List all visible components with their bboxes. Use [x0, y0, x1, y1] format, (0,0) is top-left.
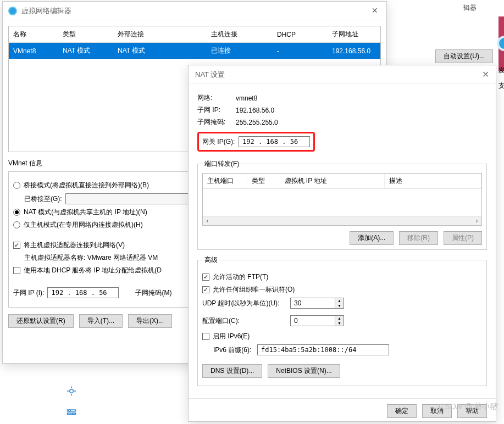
- bridged-to-label: 已桥接至(G):: [24, 194, 62, 204]
- ok-button[interactable]: 确定: [387, 404, 417, 418]
- check-dhcp[interactable]: [13, 267, 20, 274]
- radio-hostonly[interactable]: [13, 221, 20, 228]
- radio-bridge[interactable]: [13, 182, 20, 189]
- netbios-settings-button[interactable]: NetBIOS 设置(N)...: [268, 364, 340, 378]
- col-type[interactable]: 类型: [247, 174, 280, 189]
- col-name[interactable]: 名称: [9, 26, 58, 43]
- vnet-title: 虚拟网络编辑器: [21, 6, 368, 16]
- ipv6-prefix-input[interactable]: [257, 344, 389, 355]
- config-port-input[interactable]: [291, 316, 335, 326]
- hscrollbar[interactable]: ‹ ›: [203, 216, 481, 225]
- gateway-label: 网关 IP(G):: [202, 137, 239, 147]
- advanced-group: 高级 允许活动的 FTP(T) 允许任何组织唯一标识符(O) UDP 超时(以秒…: [197, 255, 487, 386]
- nat-title: NAT 设置: [195, 70, 482, 80]
- udp-timeout-label: UDP 超时(以秒为单位)(U):: [202, 299, 290, 308]
- ipv6-check-row[interactable]: 启用 IPv6(E): [202, 332, 482, 341]
- svg-point-3: [69, 410, 70, 411]
- spin-down-icon[interactable]: ▼: [335, 303, 344, 308]
- fwd-props-button[interactable]: 属性(P): [444, 231, 482, 245]
- subnet-ip-input[interactable]: [47, 287, 119, 298]
- spin-up-icon[interactable]: ▲: [335, 316, 344, 321]
- forward-table-wrap: 主机端口 类型 虚拟机 IP 地址 描述 ‹ ›: [202, 173, 482, 226]
- target-icon: [66, 386, 77, 397]
- cancel-button[interactable]: 取消: [422, 404, 452, 418]
- col-vmip[interactable]: 虚拟机 IP 地址: [280, 174, 384, 189]
- config-port-label: 配置端口(C):: [202, 316, 290, 326]
- radio-nat[interactable]: [13, 209, 20, 216]
- vnet-titlebar: 虚拟网络编辑器 ×: [3, 2, 386, 20]
- nat-settings-window: NAT 设置 ✕ 网络:vmnet8 子网 IP:192.168.56.0 子网…: [188, 65, 496, 422]
- gateway-highlight: 网关 IP(G):: [197, 132, 315, 152]
- ftp-check-row[interactable]: 允许活动的 FTP(T): [202, 272, 482, 282]
- fwd-add-button[interactable]: 添加(A)...: [350, 231, 394, 245]
- col-host[interactable]: 主机连接: [207, 26, 273, 43]
- col-external[interactable]: 外部连接: [113, 26, 207, 43]
- subnet-mask-label: 子网掩码(M): [135, 288, 171, 298]
- spin-down-icon[interactable]: ▼: [335, 321, 344, 326]
- net-label: 网络:: [197, 93, 236, 103]
- udp-timeout-stepper[interactable]: ▲▼: [290, 298, 344, 309]
- adapter-name-label: 主机虚拟适配器名称: VMware 网络适配器 VM: [24, 253, 158, 263]
- ipv6-prefix-label: IPv6 前缀(6):: [213, 345, 257, 355]
- col-hostport[interactable]: 主机端口: [203, 174, 247, 189]
- udp-timeout-input[interactable]: [291, 298, 335, 308]
- dns-settings-button[interactable]: DNS 设置(D)...: [202, 364, 262, 378]
- oui-check-row[interactable]: 允许任何组织唯一标识符(O): [202, 285, 482, 294]
- net-value: vmnet8: [236, 94, 257, 102]
- help-button[interactable]: 帮助: [457, 404, 487, 418]
- svg-point-0: [70, 389, 74, 393]
- config-port-stepper[interactable]: ▲▼: [290, 315, 344, 326]
- spin-up-icon[interactable]: ▲: [335, 298, 344, 303]
- check-oui[interactable]: [202, 286, 209, 293]
- col-type[interactable]: 类型: [58, 26, 113, 43]
- mask-label: 子网掩码:: [197, 118, 236, 127]
- check-ftp[interactable]: [202, 274, 209, 281]
- vmware-icon: [8, 7, 17, 15]
- table-row[interactable]: VMnet8 NAT 模式 NAT 模式 已连接 - 192.168.56.0: [9, 43, 380, 59]
- scroll-right-icon[interactable]: ›: [472, 216, 481, 225]
- adv-legend: 高级: [202, 255, 220, 265]
- check-ipv6[interactable]: [202, 333, 209, 340]
- bg-editor-label: 辑器: [463, 3, 477, 13]
- check-connect-adapter[interactable]: [13, 242, 20, 249]
- bg-left-icons: [66, 386, 77, 419]
- import-button[interactable]: 导入(T)...: [79, 314, 123, 328]
- fwd-legend: 端口转发(F): [202, 159, 241, 169]
- scroll-left-icon[interactable]: ‹: [203, 216, 212, 225]
- close-icon[interactable]: ×: [368, 5, 381, 16]
- svg-point-4: [73, 413, 74, 415]
- subnet-label: 子网 IP:: [197, 105, 236, 115]
- fwd-remove-button[interactable]: 移除(R): [399, 231, 438, 245]
- col-desc[interactable]: 描述: [384, 174, 481, 189]
- subnet-value: 192.168.56.0: [236, 107, 274, 114]
- col-subnet[interactable]: 子网地址: [328, 26, 380, 43]
- col-dhcp[interactable]: DHCP: [273, 26, 328, 43]
- mask-value: 255.255.255.0: [236, 119, 278, 126]
- port-forwarding-group: 端口转发(F) 主机端口 类型 虚拟机 IP 地址 描述 ‹ › 添: [197, 159, 487, 250]
- restore-defaults-button[interactable]: 还原默认设置(R): [8, 314, 74, 328]
- subnet-ip-label: 子网 IP (I):: [13, 288, 44, 298]
- settings-icon: [66, 408, 77, 419]
- nat-titlebar: NAT 设置 ✕: [189, 65, 496, 84]
- export-button[interactable]: 导出(X)...: [128, 314, 172, 328]
- bg-auto-settings-button[interactable]: 自动设置(U)...: [435, 49, 493, 63]
- close-icon[interactable]: ✕: [482, 69, 489, 80]
- gateway-input[interactable]: [239, 136, 310, 147]
- bg-circle-icon: [497, 36, 504, 51]
